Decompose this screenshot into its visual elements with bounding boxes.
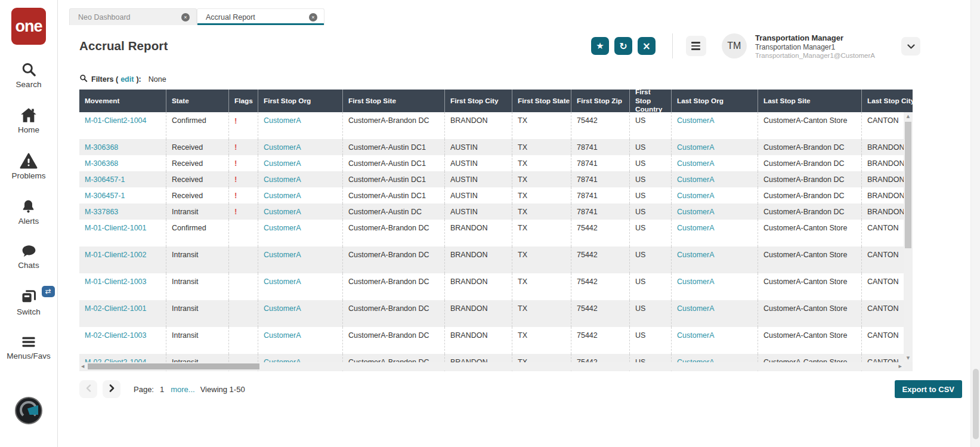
column-header-first-stop-site[interactable]: First Stop Site	[342, 90, 444, 112]
sidebar-item-search[interactable]: Search	[16, 61, 42, 89]
cell-link[interactable]: M-01-Client2-1004	[85, 116, 147, 125]
cell-link[interactable]: CustomerA	[677, 304, 715, 313]
column-header-last-stop-site[interactable]: Last Stop Site	[758, 90, 861, 112]
page-number: 1	[160, 385, 164, 394]
cell-link[interactable]: CustomerA	[677, 116, 715, 125]
swap-arrows-icon[interactable]: ⇄	[42, 286, 55, 297]
favorite-button[interactable]: ★	[591, 37, 609, 55]
one-network-logo[interactable]: one	[11, 8, 46, 45]
page-scrollbar[interactable]	[970, 0, 980, 447]
export-csv-button[interactable]: Export to CSV	[895, 380, 962, 398]
scroll-up-icon[interactable]: ▲	[904, 114, 913, 119]
cell: 75442	[571, 273, 629, 300]
user-dropdown-button[interactable]	[901, 37, 920, 56]
cell-link[interactable]: CustomerA	[677, 143, 715, 152]
cell-link[interactable]: CustomerA	[677, 208, 715, 216]
filters-edit-link[interactable]: edit	[120, 75, 134, 84]
user-menu[interactable]: TM Transportation Manager Transportation…	[722, 33, 875, 59]
cell-link[interactable]: M-306368	[85, 159, 118, 168]
refresh-icon: ↻	[619, 41, 627, 52]
tab-close-icon[interactable]: ×	[309, 13, 317, 21]
tab-accrual-report[interactable]: Accrual Report×	[197, 8, 324, 25]
close-report-button[interactable]: ×	[638, 37, 656, 55]
column-header-movement[interactable]: Movement	[79, 90, 166, 112]
cell-link[interactable]: CustomerA	[264, 159, 301, 168]
cell: CustomerA	[671, 273, 758, 300]
sidebar-item-chats[interactable]: Chats	[18, 244, 39, 270]
column-header-first-stop-country[interactable]: First Stop Country	[629, 90, 671, 112]
table-vertical-scrollbar[interactable]: ▲ ▼	[904, 112, 913, 362]
next-page-button[interactable]	[103, 380, 120, 398]
cell: CustomerA	[258, 187, 342, 204]
column-header-first-stop-org[interactable]: First Stop Org	[258, 90, 342, 112]
cell-link[interactable]: M-306457-1	[85, 192, 125, 200]
profile-avatar[interactable]	[15, 397, 42, 424]
cell-link[interactable]: CustomerA	[264, 251, 301, 259]
close-icon: ×	[642, 40, 651, 52]
cell-link[interactable]: CustomerA	[264, 192, 301, 200]
cell: CustomerA	[258, 171, 342, 187]
table-header: MovementStateFlagsFirst Stop OrgFirst St…	[79, 90, 913, 112]
cell-link[interactable]: M-01-Client2-1001	[85, 224, 147, 232]
flag-cell: !	[228, 187, 258, 204]
page-scrollbar-thumb[interactable]	[973, 369, 979, 439]
cell-link[interactable]: CustomerA	[677, 331, 715, 340]
cell: BRANDON	[444, 220, 512, 246]
tab-neo-dashboard[interactable]: Neo Dashboard×	[69, 8, 197, 25]
column-header-last-stop-city[interactable]: Last Stop City	[861, 90, 913, 112]
sidebar-item-alerts[interactable]: Alerts	[18, 199, 39, 226]
tab-close-icon[interactable]: ×	[181, 13, 190, 21]
cell-link[interactable]: M-306368	[85, 143, 118, 152]
refresh-button[interactable]: ↻	[614, 37, 632, 55]
sidebar-item-label: Search	[16, 80, 42, 89]
cell-link[interactable]: CustomerA	[264, 278, 301, 286]
sidebar-item-home[interactable]: Home	[18, 107, 39, 134]
cell-link[interactable]: CustomerA	[677, 175, 715, 184]
prev-page-button[interactable]	[79, 380, 97, 398]
scroll-right-icon[interactable]: ▶	[899, 362, 902, 371]
sidebar-item-problems[interactable]: Problems	[11, 153, 45, 180]
column-header-last-stop-org[interactable]: Last Stop Org	[671, 90, 758, 112]
column-header-state[interactable]: State	[166, 90, 228, 112]
cell-link[interactable]: M-02-Client2-1003	[85, 331, 147, 340]
cell: Received	[166, 171, 228, 187]
search-icon	[21, 61, 37, 78]
cell: TX	[512, 220, 571, 246]
cell-link[interactable]: CustomerA	[264, 175, 301, 184]
sidebar-item-menus-favs[interactable]: Menus/Favs	[7, 335, 51, 360]
column-header-first-stop-state[interactable]: First Stop State	[512, 90, 571, 112]
cell-link[interactable]: CustomerA	[264, 208, 301, 216]
scroll-down-icon[interactable]: ▼	[904, 356, 913, 360]
vertical-scrollbar-thumb[interactable]	[905, 122, 911, 248]
cell-link[interactable]: M-02-Client2-1001	[85, 304, 147, 313]
column-header-first-stop-zip[interactable]: First Stop Zip	[571, 90, 629, 112]
cell-link[interactable]: CustomerA	[264, 143, 301, 152]
cell: CustomerA-Austin DC1	[342, 139, 444, 155]
cell-link[interactable]: CustomerA	[264, 116, 301, 125]
cell: CustomerA-Brandon DC	[758, 155, 861, 171]
table-horizontal-scrollbar[interactable]: ◀ ▶	[79, 362, 904, 371]
column-header-flags[interactable]: Flags	[228, 90, 258, 112]
cell-link[interactable]: M-01-Client2-1003	[85, 278, 147, 286]
sidebar-item-switch[interactable]: Switch ⇄	[17, 288, 41, 316]
cell-link[interactable]: CustomerA	[264, 331, 301, 340]
report-menu-button[interactable]	[686, 36, 706, 56]
more-pages-link[interactable]: more...	[171, 385, 194, 394]
cell-link[interactable]: M-306457-1	[85, 175, 125, 184]
tab-bar: Neo Dashboard×Accrual Report×	[58, 0, 980, 25]
scroll-left-icon[interactable]: ◀	[81, 362, 84, 371]
cell-link[interactable]: CustomerA	[677, 192, 715, 200]
user-email: Transportation_Manager1@CustomerA	[755, 52, 875, 59]
column-header-first-stop-city[interactable]: First Stop City	[444, 90, 512, 112]
cell-link[interactable]: CustomerA	[677, 224, 715, 232]
cell-link[interactable]: CustomerA	[264, 304, 301, 313]
cell: BRANDON	[444, 300, 512, 327]
cell-link[interactable]: M-01-Client2-1002	[85, 251, 147, 259]
cell: CustomerA-Brandon DC	[758, 139, 861, 155]
cell-link[interactable]: M-337863	[85, 208, 118, 216]
cell-link[interactable]: CustomerA	[677, 278, 715, 286]
cell-link[interactable]: CustomerA	[677, 251, 715, 259]
cell-link[interactable]: CustomerA	[264, 224, 301, 232]
cell-link[interactable]: CustomerA	[677, 159, 715, 168]
horizontal-scrollbar-thumb[interactable]	[88, 363, 259, 369]
